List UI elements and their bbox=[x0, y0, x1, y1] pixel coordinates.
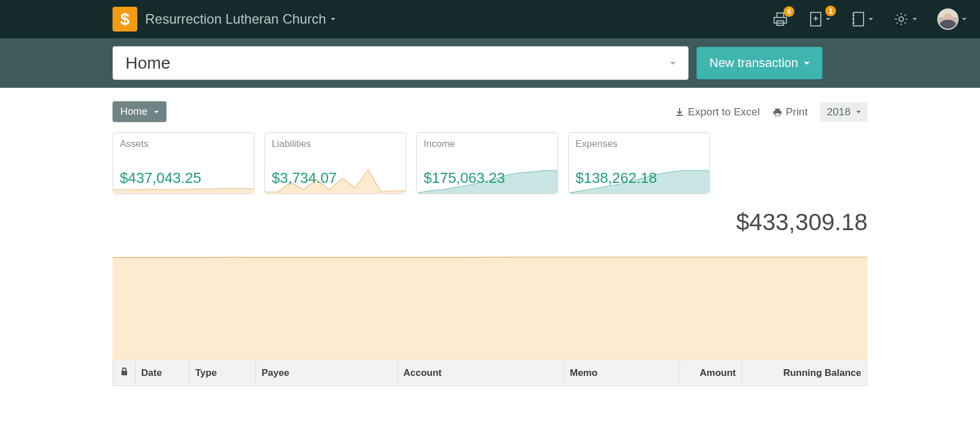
breadcrumb-chip[interactable]: Home bbox=[113, 101, 167, 122]
org-name-label: Resurrection Lutheran Church bbox=[145, 11, 326, 27]
printer-icon bbox=[772, 107, 783, 116]
toolbar-right: Export to Excel Print 2018 bbox=[675, 102, 867, 122]
chevron-down-icon bbox=[856, 111, 861, 113]
document-plus-icon bbox=[809, 11, 822, 27]
notebook-icon bbox=[851, 11, 865, 27]
toolbar: Home Export to Excel Print 2018 bbox=[113, 101, 867, 122]
card-value: $175,063.23 bbox=[424, 169, 505, 187]
card-label: Assets bbox=[120, 138, 247, 150]
print-queue-badge: 6 bbox=[784, 6, 794, 17]
gear-icon bbox=[893, 11, 909, 27]
transactions-table: Date Type Payee Account Memo Amount Runn… bbox=[113, 360, 867, 386]
new-document-badge: 1 bbox=[825, 6, 836, 16]
summary-card-liabilities[interactable]: Liabilities$3,734.07 bbox=[264, 132, 406, 194]
brand-logo-icon: $ bbox=[113, 7, 137, 32]
notebook-button[interactable] bbox=[851, 11, 873, 27]
new-transaction-button[interactable]: New transaction bbox=[696, 47, 822, 79]
chevron-down-icon bbox=[804, 62, 810, 65]
summary-card-assets[interactable]: Assets$437,043.25 bbox=[113, 132, 254, 194]
chevron-down-icon bbox=[869, 18, 873, 20]
column-header-payee[interactable]: Payee bbox=[256, 360, 398, 386]
chevron-down-icon bbox=[154, 111, 159, 113]
download-icon bbox=[675, 107, 685, 117]
lock-icon bbox=[120, 367, 128, 376]
svg-rect-14 bbox=[122, 371, 127, 375]
card-label: Income bbox=[424, 138, 551, 150]
year-selector[interactable]: 2018 bbox=[820, 102, 867, 122]
sub-nav: Home New transaction bbox=[0, 38, 980, 88]
column-header-memo[interactable]: Memo bbox=[564, 360, 680, 386]
card-label: Expenses bbox=[576, 138, 703, 150]
top-nav-actions: 6 1 bbox=[772, 8, 966, 30]
new-document-button[interactable]: 1 bbox=[809, 11, 830, 27]
chevron-down-icon bbox=[331, 18, 335, 20]
column-header-account[interactable]: Account bbox=[398, 360, 564, 386]
org-name-dropdown[interactable]: Resurrection Lutheran Church bbox=[145, 11, 335, 27]
chevron-down-icon bbox=[670, 62, 676, 65]
summary-cards: Assets$437,043.25Liabilities$3,734.07Inc… bbox=[113, 132, 867, 194]
summary-card-income[interactable]: Income$175,063.23 bbox=[416, 132, 558, 194]
column-header-running-balance[interactable]: Running Balance bbox=[742, 360, 867, 386]
svg-rect-12 bbox=[775, 109, 780, 111]
chevron-down-icon bbox=[962, 18, 966, 20]
main-content: Home Export to Excel Print 2018 bbox=[0, 88, 980, 386]
grand-total: $433,309.18 bbox=[113, 209, 867, 236]
new-transaction-label: New transaction bbox=[709, 56, 798, 70]
export-label: Export to Excel bbox=[688, 106, 760, 118]
svg-rect-6 bbox=[853, 12, 864, 26]
column-header-lock[interactable] bbox=[113, 360, 136, 386]
card-value: $3,734.07 bbox=[272, 169, 337, 187]
print-queue-button[interactable]: 6 bbox=[772, 12, 789, 26]
settings-button[interactable] bbox=[893, 11, 917, 27]
svg-rect-1 bbox=[777, 13, 784, 17]
card-value: $138,262.18 bbox=[576, 169, 657, 187]
svg-rect-13 bbox=[775, 113, 780, 116]
print-label: Print bbox=[786, 106, 808, 118]
page-selector-label: Home bbox=[125, 53, 170, 73]
year-label: 2018 bbox=[827, 106, 851, 118]
chevron-down-icon bbox=[912, 18, 917, 20]
brand[interactable]: $ Resurrection Lutheran Church bbox=[113, 7, 335, 32]
chevron-down-icon bbox=[826, 18, 830, 20]
user-menu[interactable] bbox=[937, 8, 966, 30]
print-button[interactable]: Print bbox=[772, 106, 808, 118]
top-nav: $ Resurrection Lutheran Church 6 1 bbox=[0, 0, 980, 38]
balance-chart bbox=[113, 241, 867, 360]
column-header-date[interactable]: Date bbox=[136, 360, 190, 386]
avatar bbox=[937, 8, 959, 30]
page-selector[interactable]: Home bbox=[113, 46, 689, 80]
breadcrumb-label: Home bbox=[120, 106, 147, 118]
column-header-type[interactable]: Type bbox=[190, 360, 256, 386]
card-label: Liabilities bbox=[272, 138, 399, 150]
export-excel-button[interactable]: Export to Excel bbox=[675, 106, 760, 118]
table-header-row: Date Type Payee Account Memo Amount Runn… bbox=[113, 360, 867, 386]
summary-card-expenses[interactable]: Expenses$138,262.18 bbox=[568, 132, 710, 194]
svg-point-10 bbox=[899, 17, 903, 21]
card-value: $437,043.25 bbox=[120, 169, 201, 187]
column-header-amount[interactable]: Amount bbox=[680, 360, 742, 386]
